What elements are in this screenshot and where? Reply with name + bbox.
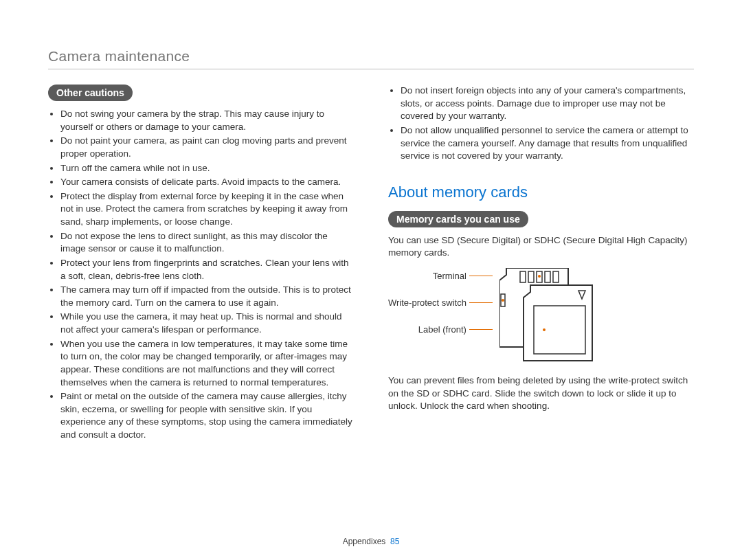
terminal-label: Terminal bbox=[388, 271, 493, 281]
sd-card-diagram: Terminal Write-protect switch Label (fro… bbox=[388, 268, 694, 364]
label-text: Terminal bbox=[433, 271, 466, 281]
footer-section-label: Appendixes bbox=[343, 537, 386, 546]
list-item: Your camera consists of delicate parts. … bbox=[60, 176, 354, 189]
label-front-label: Label (front) bbox=[388, 324, 493, 335]
list-item: The camera may turn off if impacted from… bbox=[60, 284, 354, 309]
leader-line bbox=[469, 329, 493, 330]
write-protect-label: Write-protect switch bbox=[388, 298, 493, 308]
memory-intro-text: You can use SD (Secure Digital) or SDHC … bbox=[388, 234, 694, 260]
label-text: Write-protect switch bbox=[388, 298, 466, 308]
list-item: Protect your lens from fingerprints and … bbox=[60, 257, 354, 282]
svg-rect-0 bbox=[520, 271, 526, 282]
list-item: Do not swing your camera by the strap. T… bbox=[60, 108, 354, 133]
memory-cards-you-can-use-heading: Memory cards you can use bbox=[388, 211, 528, 227]
other-cautions-heading: Other cautions bbox=[48, 85, 133, 101]
list-item: Do not insert foreign objects into any o… bbox=[401, 85, 694, 123]
other-cautions-list: Do not swing your camera by the strap. T… bbox=[48, 108, 354, 442]
list-item: Do not allow unqualified personnel to se… bbox=[401, 124, 694, 163]
right-column: Do not insert foreign objects into any o… bbox=[388, 85, 694, 443]
list-item: Protect the display from external force … bbox=[60, 190, 354, 229]
svg-rect-4 bbox=[553, 271, 559, 282]
list-item: Paint or metal on the outside of the cam… bbox=[60, 390, 354, 442]
two-column-layout: Other cautions Do not swing your camera … bbox=[48, 85, 694, 443]
memory-outro-text: You can prevent files from being deleted… bbox=[388, 374, 694, 413]
page-title: Camera maintenance bbox=[48, 48, 694, 69]
svg-rect-1 bbox=[528, 271, 534, 282]
list-item: When you use the camera in low temperatu… bbox=[60, 338, 354, 390]
page-body: Camera maintenance Other cautions Do not… bbox=[0, 0, 742, 471]
footer-page-number: 85 bbox=[390, 537, 399, 546]
diagram-labels: Terminal Write-protect switch Label (fro… bbox=[388, 268, 493, 335]
svg-point-9 bbox=[543, 328, 546, 331]
list-item: Do not expose the lens to direct sunligh… bbox=[60, 230, 354, 256]
page-footer: Appendixes 85 bbox=[0, 537, 742, 546]
svg-rect-3 bbox=[545, 271, 550, 282]
leader-line bbox=[469, 276, 493, 276]
list-item: While you use the camera, it may heat up… bbox=[60, 311, 354, 336]
label-text: Label (front) bbox=[418, 324, 466, 335]
right-top-list: Do not insert foreign objects into any o… bbox=[388, 85, 694, 163]
svg-point-7 bbox=[538, 275, 541, 278]
sd-card-icon bbox=[499, 268, 603, 364]
about-memory-cards-heading: About memory cards bbox=[388, 183, 694, 201]
leader-line bbox=[469, 302, 493, 303]
list-item: Turn off the camera while not in use. bbox=[60, 162, 354, 175]
svg-point-8 bbox=[502, 299, 504, 302]
left-column: Other cautions Do not swing your camera … bbox=[48, 85, 354, 443]
list-item: Do not paint your camera, as paint can c… bbox=[60, 135, 354, 160]
